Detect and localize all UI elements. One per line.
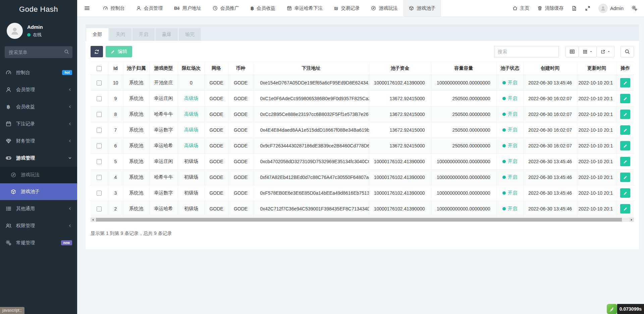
topnav-tab-游戏池子[interactable]: 游戏池子	[403, 0, 441, 16]
menu-search-input[interactable]	[5, 46, 72, 58]
sidebar-item-会员收益[interactable]: ฿会员收益	[0, 98, 77, 115]
table-row: 10系统池开池坐庄0GODEGODE0xe154eD767A05DDe19Ef6…	[91, 75, 634, 91]
edit-row-button[interactable]	[620, 141, 630, 150]
topnav-tab-会员推广[interactable]: 会员推广	[207, 0, 245, 16]
topnav-tab-会员管理[interactable]: 会员管理	[130, 0, 168, 16]
column-header-限红场次: 限红场次	[178, 62, 205, 75]
topbar: 控制台会员管理Bē用户地址会员推广฿会员收益幸运哈希下注₪交易记录游戏玩法游戏池…	[77, 0, 644, 17]
edit-row-button[interactable]	[620, 157, 630, 166]
topnav-tab-用户地址[interactable]: Bē用户地址	[168, 0, 207, 16]
table-search-input[interactable]	[494, 46, 559, 57]
account-menu[interactable]: Admin	[598, 4, 624, 13]
cell-network: GODE	[205, 170, 228, 185]
sidebar-subitem-游戏玩法[interactable]: 游戏玩法	[0, 167, 77, 183]
cell-capacity: 100000000000.00000000	[431, 201, 496, 217]
topnav-tab-游戏玩法[interactable]: 游戏玩法	[365, 0, 403, 16]
cell-coin: GODE	[228, 185, 253, 201]
cell-limit: 初级场	[178, 170, 205, 185]
docs-button[interactable]	[572, 6, 577, 11]
edit-row-button[interactable]	[620, 173, 630, 182]
topnav-tab-交易记录[interactable]: ₪交易记录	[328, 0, 365, 16]
row-checkbox[interactable]	[97, 96, 102, 101]
edit-row-button[interactable]	[620, 78, 630, 87]
fullscreen-button[interactable]	[585, 6, 590, 11]
home-button[interactable]: 主页	[513, 5, 529, 11]
edit-row-button[interactable]	[620, 94, 630, 103]
cell-check	[91, 91, 108, 107]
cell-game: 幸运庄闲	[149, 91, 178, 107]
row-checkbox[interactable]	[97, 80, 102, 85]
row-checkbox[interactable]	[97, 159, 102, 164]
clear-cache-button[interactable]: 清除缓存	[537, 5, 564, 11]
sidebar-item-控制台[interactable]: 控制台hot	[0, 64, 77, 81]
cell-created: 2022-06-30 13:45:46	[523, 185, 577, 201]
calendar-check-icon	[287, 6, 292, 11]
sidebar-item-游戏管理[interactable]: 游戏管理	[0, 149, 77, 167]
sidebar-item-其他通用[interactable]: 其他通用	[0, 200, 77, 217]
status-badge: 开启	[502, 80, 517, 86]
cell-owner: 系统池	[123, 154, 149, 170]
column-header-操作: 操作	[616, 62, 634, 75]
refresh-button[interactable]	[91, 46, 103, 57]
row-checkbox[interactable]	[97, 128, 102, 133]
row-checkbox[interactable]	[97, 143, 102, 148]
columns-button[interactable]	[579, 46, 597, 57]
tab-输完[interactable]: 输完	[179, 28, 201, 41]
cell-updated: 2022-10-10 20:1	[577, 138, 616, 154]
sidebar-item-会员管理[interactable]: 会员管理	[0, 81, 77, 98]
cell-capacity: 250500.00000000	[431, 107, 496, 122]
scroll-left-arrow-icon[interactable]	[91, 217, 95, 222]
topnav-tab-控制台[interactable]: 控制台	[97, 0, 130, 16]
user-icon	[136, 6, 141, 11]
sidebar-item-label: 会员管理	[16, 87, 35, 93]
column-header-checkbox[interactable]	[91, 62, 108, 75]
cell-game: 幸运庄闲	[149, 154, 178, 170]
edit-button[interactable]: 编辑	[106, 46, 132, 57]
tab-赢爆[interactable]: 赢爆	[156, 28, 178, 41]
edit-row-button[interactable]	[620, 188, 630, 198]
row-checkbox[interactable]	[97, 191, 102, 196]
edit-row-button[interactable]	[620, 110, 630, 119]
select-all-checkbox[interactable]	[97, 66, 102, 71]
cell-status: 开启	[496, 154, 523, 170]
cell-capacity: 100000000000.00000000	[431, 75, 496, 91]
settings-button[interactable]	[632, 5, 637, 11]
cell-updated: 2022-10-10 20:1	[577, 185, 616, 201]
topnav-tab-label: 游戏池子	[417, 5, 435, 11]
status-dot-icon	[502, 191, 506, 195]
sidebar-item-常规管理[interactable]: 常规管理new	[0, 234, 77, 251]
detail-view-button[interactable]	[566, 46, 579, 57]
search-submit-button[interactable]	[621, 46, 634, 57]
sidebar-subitem-label: 游戏玩法	[21, 172, 40, 178]
topnav-tab-label: 交易记录	[341, 5, 360, 11]
app-logo: Gode Hash	[0, 0, 77, 19]
cell-status: 开启	[496, 170, 523, 185]
sidebar-item-财务管理[interactable]: 财务管理	[0, 132, 77, 149]
scrollbar-thumb[interactable]	[96, 218, 622, 222]
row-checkbox[interactable]	[97, 112, 102, 117]
row-checkbox[interactable]	[97, 175, 102, 180]
sidebar-item-权限管理[interactable]: 权限管理	[0, 217, 77, 234]
tab-关闭[interactable]: 关闭	[109, 28, 131, 41]
edit-row-button[interactable]	[620, 204, 630, 213]
topnav-tab-会员收益[interactable]: ฿会员收益	[245, 0, 281, 16]
toolbar: 编辑	[91, 46, 634, 57]
row-checkbox[interactable]	[97, 206, 102, 211]
tab-全部[interactable]: 全部	[86, 28, 108, 41]
cell-updated: 2022-10-10 20:1	[577, 91, 616, 107]
cell-status: 开启	[496, 107, 523, 122]
edit-row-button[interactable]	[620, 125, 630, 135]
sidebar-toggle-button[interactable]	[77, 0, 97, 16]
horizontal-scrollbar[interactable]	[91, 217, 634, 222]
topnav-tab-幸运哈希下注[interactable]: 幸运哈希下注	[281, 0, 328, 16]
sidebar-item-下注记录[interactable]: 下注记录	[0, 115, 77, 132]
sidebar-subitem-游戏池子[interactable]: 游戏池子	[0, 183, 77, 200]
export-button[interactable]	[597, 46, 614, 57]
cell-game: 哈希牛牛	[149, 107, 178, 122]
scroll-right-arrow-icon[interactable]	[629, 217, 634, 222]
cell-owner: 系统池	[123, 138, 149, 154]
cell-address: 0x9cF726344430287186dE3B39ce2B6460Cd778D…	[253, 138, 369, 154]
tab-开启[interactable]: 开启	[132, 28, 155, 41]
cell-address: 0x4E4E84daed8AA1e515ddD18667f08Be34Ba619…	[253, 122, 369, 138]
cell-updated: 2022-10-10 20:1	[577, 75, 616, 91]
